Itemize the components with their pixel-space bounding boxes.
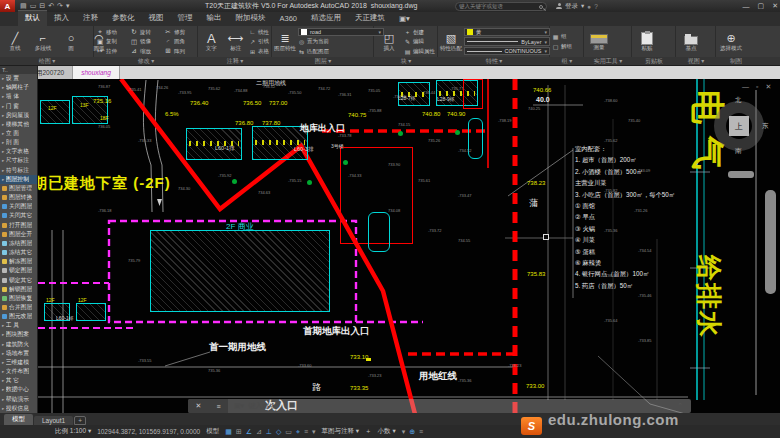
status-toggle-icon[interactable]: ≡ <box>304 428 308 436</box>
palette-menu-item[interactable]: 锁定图层 <box>0 266 37 275</box>
status-icon[interactable]: ⊕ <box>409 428 415 436</box>
ribbon-tab[interactable]: 参数化 <box>105 11 142 26</box>
text-tool-button[interactable]: A文字 <box>200 32 223 51</box>
panel-label-draw[interactable]: 绘图 ▾ <box>0 57 94 65</box>
ribbon-tab[interactable]: ▣▾ <box>392 12 417 26</box>
ribbon-tab[interactable]: A360 <box>273 12 305 26</box>
panel-label-utilities[interactable]: 实用工具 ▾ <box>584 57 632 65</box>
annotation-scale-add[interactable]: ＋ <box>365 427 372 436</box>
ribbon-tab[interactable]: 视图 <box>142 11 171 26</box>
palette-menu-item[interactable]: 楼梯其他 <box>0 120 37 129</box>
basepoint-button[interactable]: 基点 <box>678 33 704 51</box>
ribbon-tab[interactable]: 管理 <box>171 11 200 26</box>
drawing-window-button[interactable]: — <box>742 83 749 91</box>
status-toggle-icon[interactable]: ▾ <box>312 428 316 436</box>
palette-menu-item[interactable]: 轴网柱子 <box>0 83 37 92</box>
viewcube-south[interactable]: 南 <box>735 147 742 156</box>
customize-icon[interactable]: ≡ <box>216 403 220 410</box>
status-toggle-icon[interactable]: ∠ <box>246 428 252 436</box>
modify-tool-button[interactable]: ⌖移动 <box>96 27 130 37</box>
file-tab[interactable]: shouxiang <box>73 66 120 79</box>
ribbon-tab[interactable]: 附加模块 <box>229 11 273 26</box>
nav-bar-handle[interactable] <box>728 171 754 178</box>
palette-menu-item[interactable]: 冻结图层 <box>0 239 37 248</box>
window-control-button[interactable]: — <box>743 3 750 10</box>
block-tool-button[interactable]: ▤编辑属性 <box>404 47 435 56</box>
status-toggle-icon[interactable]: ▭ <box>285 428 292 436</box>
panel-label-drafting[interactable]: 制图 <box>716 57 756 65</box>
palette-menu-item[interactable]: 图层转换 <box>0 193 37 202</box>
palette-menu-item[interactable]: 图元改层 <box>0 312 37 321</box>
modify-tool-button[interactable]: ⊿缩放 <box>130 46 164 56</box>
palette-menu-item[interactable]: 其 它 <box>0 376 37 385</box>
status-toggle-icon[interactable]: ⊥ <box>266 428 272 436</box>
palette-menu-item[interactable]: 墙 体 <box>0 92 37 101</box>
drawing-window-button[interactable]: ✕ <box>765 83 771 91</box>
viewcube-north[interactable]: 北 <box>735 96 742 105</box>
palette-menu-item[interactable]: 建筑防火 <box>0 340 37 349</box>
layer-dropdown[interactable]: road▾ <box>298 28 384 37</box>
ribbon-tab[interactable]: 注释 <box>76 11 105 26</box>
command-line-controls[interactable]: ✕ ≡ <box>188 399 228 413</box>
status-toggle-icon[interactable]: ⊿ <box>256 428 262 436</box>
draw-tool-button[interactable]: ╱直线 <box>2 32 28 51</box>
window-control-button[interactable]: ✕ <box>772 2 778 10</box>
viewcube-east[interactable]: 东 <box>762 122 769 131</box>
palette-menu-item[interactable]: 图层控制 <box>0 175 37 184</box>
match-properties-button[interactable]: ▧特性匹配 <box>440 32 462 51</box>
viewcube[interactable]: 北 东 南 上 <box>710 97 768 155</box>
ribbon-tab[interactable]: 精选应用 <box>304 11 348 26</box>
vertical-scrollbar[interactable] <box>765 190 776 294</box>
block-tool-button[interactable]: ✎编辑 <box>404 37 435 46</box>
modify-tool-button[interactable]: ↻旋转 <box>130 27 164 37</box>
ribbon-tab[interactable]: 输出 <box>200 11 229 26</box>
palette-header[interactable]: T.. <box>0 66 37 74</box>
palette-menu-item[interactable]: 授权信息 <box>0 404 37 413</box>
status-toggle-icon[interactable]: ⊞ <box>236 428 242 436</box>
palette-menu-item[interactable]: 设 置 <box>0 74 37 83</box>
scale-control[interactable]: 比例 1:100 ▾ <box>55 427 91 436</box>
palette-menu-item[interactable]: 解冻图层 <box>0 257 37 266</box>
lineweight-dropdown[interactable]: ByLayer▾ <box>464 37 550 46</box>
group-tool-button[interactable]: ▢解组 <box>552 42 572 51</box>
viewcube-top-face[interactable]: 上 <box>729 116 749 136</box>
palette-menu-item[interactable]: 工 具 <box>0 321 37 330</box>
palette-menu-item[interactable]: 关闭其它 <box>0 211 37 220</box>
modify-tool-button[interactable]: ⊞阵列 <box>164 46 198 56</box>
modify-tool-button[interactable]: ✂修剪 <box>164 27 198 37</box>
modify-tool-button[interactable]: ◜圆角 <box>164 37 198 47</box>
palette-menu-item[interactable]: 锁定其它 <box>0 275 37 284</box>
command-input[interactable]: ▣▾ 键入命令 <box>234 401 276 411</box>
drawing-canvas[interactable]: 期已建地下室 (-2F) 地库出入口二期用地线3号楼L28-7排L28-9排L6… <box>38 79 780 414</box>
panel-label-annotate[interactable]: 注释 ▾ <box>198 57 272 65</box>
annotate-tool-button[interactable]: ↗引线 <box>249 37 269 46</box>
status-toggle-icon[interactable]: ⌖ <box>296 428 300 436</box>
palette-menu-item[interactable]: 场地布置 <box>0 349 37 358</box>
palette-menu-item[interactable]: 剖 面 <box>0 138 37 147</box>
palette-menu-item[interactable]: 合并图层 <box>0 303 37 312</box>
draw-tool-button[interactable]: ⌐多段线 <box>30 32 56 51</box>
panel-label-view[interactable]: 视图 ▾ <box>676 57 716 65</box>
workspace-switcher[interactable]: 草图与注释 ▾ <box>322 427 360 436</box>
draw-tool-button[interactable]: ○圆 <box>58 32 84 51</box>
palette-menu-item[interactable]: 图块图案 <box>0 330 37 339</box>
palette-menu-item[interactable]: 三维建模 <box>0 358 37 367</box>
palette-menu-item[interactable]: 房间屋顶 <box>0 111 37 120</box>
panel-label-modify[interactable]: 修改 ▾ <box>94 57 198 65</box>
close-icon[interactable]: ✕ <box>196 402 202 410</box>
status-toggle-icon[interactable]: ▦ <box>225 428 232 436</box>
status-icon[interactable]: ≡ <box>419 428 423 436</box>
palette-menu-item[interactable]: 立 面 <box>0 129 37 138</box>
command-options-icon[interactable]: ▣▾ <box>234 402 244 410</box>
palette-menu-item[interactable]: 符号标注 <box>0 166 37 175</box>
panel-label-block[interactable]: 块 ▾ <box>374 57 438 65</box>
panel-label-layers[interactable]: 图层 ▾ <box>272 57 374 65</box>
measure-button[interactable]: 测量 <box>586 34 612 50</box>
palette-menu-item[interactable]: 图层恢复 <box>0 294 37 303</box>
annotate-tool-button[interactable]: ∟线性 <box>249 28 269 37</box>
ribbon-tab[interactable]: 天正建筑 <box>348 11 392 26</box>
modify-tool-button[interactable]: ↦拉伸 <box>96 46 130 56</box>
modify-tool-button[interactable]: ▣复制 <box>96 37 130 47</box>
layer-tool-button[interactable]: ⇆匹配图层 <box>298 47 384 56</box>
layout-tab[interactable]: 模型 <box>4 414 33 425</box>
